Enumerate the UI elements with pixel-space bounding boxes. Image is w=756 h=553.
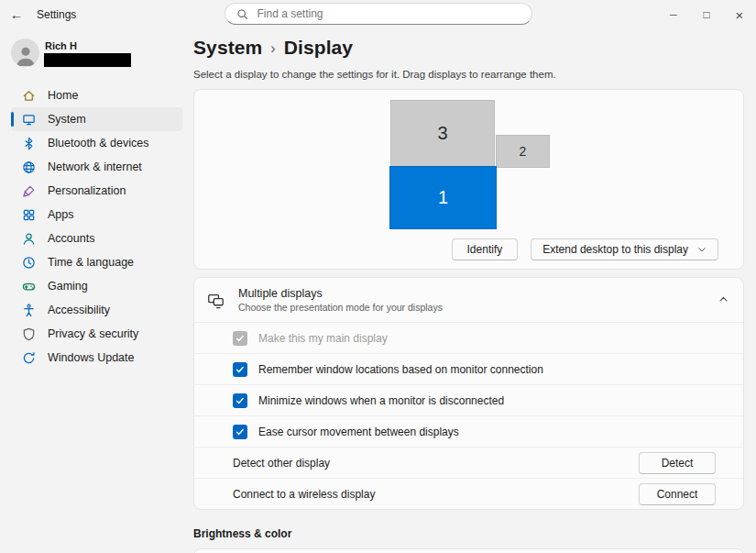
sidebar-item-time-language[interactable]: Time & language: [11, 250, 182, 274]
back-button[interactable]: ←: [4, 7, 29, 22]
search-icon: [236, 8, 248, 20]
page-title: Display: [284, 37, 353, 59]
detect-other-display-row: Detect other display Detect: [194, 447, 743, 478]
sidebar-item-label: System: [48, 113, 86, 126]
sidebar-item-home[interactable]: Home: [11, 83, 182, 107]
settings-window: ← Settings ─ □ × Rich H: [0, 0, 756, 553]
option-row-main-display: Make this my main display: [194, 322, 743, 353]
sidebar-item-personalization[interactable]: Personalization: [11, 179, 182, 203]
window-controls: ─ □ ×: [657, 0, 756, 29]
user-account[interactable]: Rich H: [11, 39, 182, 67]
sidebar-item-label: Bluetooth & devices: [48, 137, 149, 149]
sidebar-item-accessibility[interactable]: Accessibility: [11, 298, 182, 322]
breadcrumb: System › Display: [193, 37, 744, 59]
bluetooth-icon: [22, 137, 36, 150]
row-label: Detect other display: [233, 457, 330, 470]
connect-wireless-display-row: Connect to a wireless display Connect: [194, 478, 743, 509]
gaming-icon: [22, 280, 36, 293]
option-label: Make this my main display: [258, 332, 388, 345]
search-box[interactable]: [225, 3, 532, 25]
check-icon: [236, 334, 245, 343]
display-arrangement-card: 3 2 1 Identify Extend desktop to this di…: [193, 89, 744, 270]
apps-icon: [22, 208, 36, 222]
home-icon: [22, 89, 36, 103]
option-label: Minimize windows when a monitor is disco…: [258, 394, 504, 407]
accounts-icon: [22, 232, 36, 246]
connect-button[interactable]: Connect: [639, 483, 716, 505]
multiple-displays-subtitle: Choose the presentation mode for your di…: [238, 302, 443, 313]
option-row-minimize-windows: Minimize windows when a monitor is disco…: [194, 384, 743, 415]
windows-update-icon: [22, 351, 36, 365]
sidebar-item-label: Windows Update: [48, 351, 135, 364]
breadcrumb-system[interactable]: System: [193, 37, 262, 59]
checkbox-minimize-windows[interactable]: [233, 393, 247, 408]
sidebar-item-privacy-security[interactable]: Privacy & security: [11, 322, 182, 346]
multiple-displays-icon: [207, 292, 225, 309]
search-input[interactable]: [256, 6, 520, 21]
check-icon: [236, 396, 245, 405]
chevron-up-icon[interactable]: [718, 292, 729, 308]
checkbox-main-display: [233, 331, 247, 346]
breadcrumb-separator: ›: [270, 39, 275, 57]
personalization-icon: [22, 184, 36, 198]
user-email-redacted: [44, 53, 131, 67]
sidebar-item-label: Network & internet: [48, 160, 142, 173]
checkbox-remember-locations[interactable]: [233, 362, 247, 377]
sidebar-item-label: Apps: [48, 208, 74, 221]
multiple-displays-title: Multiple displays: [238, 287, 443, 300]
sidebar: Rich H Home System: [0, 29, 193, 553]
brightness-row: Brightness: [193, 548, 744, 553]
sidebar-item-apps[interactable]: Apps: [11, 203, 182, 227]
person-icon: [14, 43, 38, 67]
identify-button[interactable]: Identify: [452, 238, 519, 260]
privacy-icon: [22, 327, 36, 341]
titlebar: ← Settings ─ □ ×: [0, 0, 756, 29]
option-label: Ease cursor movement between displays: [258, 426, 459, 438]
brightness-color-header: Brightness & color: [193, 527, 744, 540]
check-icon: [236, 365, 245, 374]
system-icon: [22, 113, 36, 127]
close-button[interactable]: ×: [723, 0, 756, 29]
sidebar-item-label: Accounts: [48, 232, 94, 245]
sidebar-item-system[interactable]: System: [11, 107, 182, 131]
option-row-ease-cursor: Ease cursor movement between displays: [194, 415, 743, 447]
sidebar-item-label: Time & language: [48, 256, 134, 269]
display-mode-value: Extend desktop to this display: [542, 243, 688, 256]
multiple-displays-header[interactable]: Multiple displays Choose the presentatio…: [194, 278, 743, 322]
user-name: Rich H: [45, 40, 131, 51]
check-icon: [236, 427, 245, 437]
sidebar-item-label: Accessibility: [48, 304, 110, 316]
sidebar-item-label: Personalization: [48, 184, 126, 197]
maximize-button[interactable]: □: [690, 0, 723, 29]
sidebar-item-label: Gaming: [48, 280, 88, 293]
sidebar-item-bluetooth-devices[interactable]: Bluetooth & devices: [11, 131, 182, 155]
app-title: Settings: [37, 8, 76, 21]
sidebar-nav: Home System Bluetooth & devices: [11, 83, 182, 370]
time-language-icon: [22, 256, 36, 270]
accessibility-icon: [22, 304, 36, 317]
checkbox-ease-cursor[interactable]: [233, 425, 247, 439]
chevron-down-icon: [697, 245, 707, 254]
minimize-button[interactable]: ─: [657, 0, 690, 29]
sidebar-item-network-internet[interactable]: Network & internet: [11, 155, 182, 179]
sidebar-item-gaming[interactable]: Gaming: [11, 274, 182, 298]
network-icon: [22, 160, 36, 174]
avatar: [11, 39, 39, 67]
display-mode-dropdown[interactable]: Extend desktop to this display: [531, 238, 718, 260]
sidebar-item-label: Privacy & security: [48, 327, 138, 340]
main-content: System › Display Select a display to cha…: [193, 29, 756, 553]
row-label: Connect to a wireless display: [233, 488, 375, 501]
detect-button[interactable]: Detect: [639, 452, 716, 474]
sidebar-item-label: Home: [48, 89, 78, 102]
monitor-1[interactable]: 1: [389, 166, 497, 229]
monitor-2[interactable]: 2: [496, 135, 550, 168]
sidebar-item-windows-update[interactable]: Windows Update: [11, 346, 182, 370]
sidebar-item-accounts[interactable]: Accounts: [11, 227, 182, 250]
option-row-remember-locations: Remember window locations based on monit…: [194, 353, 743, 384]
option-label: Remember window locations based on monit…: [258, 363, 543, 376]
multiple-displays-section: Multiple displays Choose the presentatio…: [193, 277, 744, 510]
page-description: Select a display to change the settings …: [193, 69, 744, 80]
monitor-3[interactable]: 3: [390, 100, 495, 167]
